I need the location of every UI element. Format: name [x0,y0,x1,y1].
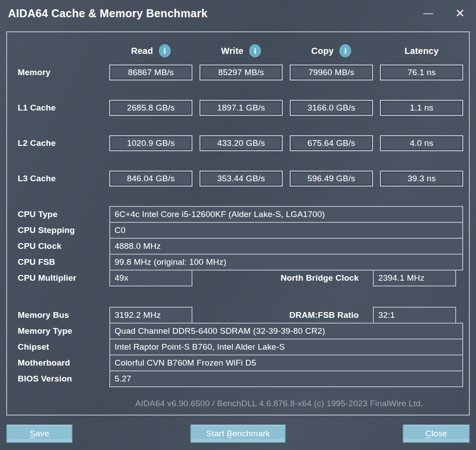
cpu-fsb-value: 99.8 MHz (original: 100 MHz) [109,254,463,271]
minimize-icon: — [423,8,433,19]
aida64-benchmark-window: AIDA64 Cache & Memory Benchmark — ✕ Read… [0,0,476,450]
memory-read-value: 86867 MB/s [109,65,192,80]
minimize-button[interactable]: — [412,0,444,27]
memory-bus-row: Memory Bus 3192.2 MHz DRAM:FSB Ratio 32:… [7,307,456,324]
cpu-info-section: CPU Type 6C+4c Intel Core i5-12600KF (Al… [7,206,469,286]
chipset-row: Chipset Intel Raptor Point-S B760, Intel… [7,339,456,355]
benchmark-row-memory: Memory 86867 MB/s 85297 MB/s 79960 MB/s … [7,65,456,80]
info-glyph: i [344,46,346,56]
column-header-row: Read i Write i Copy i Latency [7,44,456,57]
start-benchmark-button-label: Start Benchmark [206,429,270,439]
cpu-stepping-value: C0 [109,222,463,239]
benchmark-panel: Read i Write i Copy i Latency Memory 868… [6,31,470,416]
l3-write-value: 353.44 GB/s [200,171,283,187]
memory-copy-value: 79960 MB/s [290,65,373,80]
memory-info-section: Memory Bus 3192.2 MHz DRAM:FSB Ratio 32:… [7,307,469,387]
window-title: AIDA64 Cache & Memory Benchmark [8,7,207,20]
cpu-type-row: CPU Type 6C+4c Intel Core i5-12600KF (Al… [7,206,456,223]
l2-latency-value: 4.0 ns [380,135,463,151]
chipset-value: Intel Raptor Point-S B760, Intel Alder L… [109,339,463,355]
close-icon: ✕ [455,7,465,20]
start-benchmark-button[interactable]: Start Benchmark [190,424,286,443]
l1-latency-value: 1.1 ns [380,100,463,116]
write-column-label: Write [221,46,244,56]
north-bridge-clock-label: North Bridge Clock [200,273,366,283]
l2-copy-value: 675.64 GB/s [290,135,373,151]
cpu-clock-label: CPU Clock [7,241,102,251]
dram-fsb-ratio-value: 32:1 [373,307,456,324]
motherboard-value: Colorful CVN B760M Frozen WiFi D5 [109,355,463,371]
title-bar: AIDA64 Cache & Memory Benchmark — ✕ [0,0,476,27]
motherboard-label: Motherboard [7,358,102,368]
benchmark-row-l2-cache: L2 Cache 1020.9 GB/s 433.20 GB/s 675.64 … [7,135,456,151]
memory-type-value: Quad Channel DDR5-6400 SDRAM (32-39-39-8… [109,323,463,339]
memory-bus-label: Memory Bus [7,310,102,320]
north-bridge-clock-value: 2394.1 MHz [373,270,456,286]
l1-copy-value: 3166.0 GB/s [290,100,373,116]
l3-read-value: 846.04 GB/s [109,171,192,187]
bios-version-row: BIOS Version 5.27 [7,370,456,387]
memory-type-label: Memory Type [7,326,102,336]
save-button-label: Save [30,429,49,439]
window-controls: — ✕ [412,0,476,27]
cpu-type-value: 6C+4c Intel Core i5-12600KF (Alder Lake-… [109,206,463,223]
column-header-copy: Copy i [290,44,373,57]
copy-info-icon[interactable]: i [339,44,351,57]
cpu-clock-value: 4888.0 MHz [109,238,463,255]
l3-cache-row-label: L3 Cache [7,174,102,183]
info-glyph: i [254,46,256,56]
version-footer: AIDA64 v6.90.6500 / BenchDLL 4.6.876.8-x… [102,399,456,408]
cpu-stepping-label: CPU Stepping [7,225,102,235]
latency-column-label: Latency [405,46,439,56]
benchmark-row-l1-cache: L1 Cache 2685.8 GB/s 1897.1 GB/s 3166.0 … [7,100,456,116]
chipset-label: Chipset [7,342,102,352]
bios-version-value: 5.27 [109,370,463,387]
benchmark-row-l3-cache: L3 Cache 846.04 GB/s 353.44 GB/s 596.49 … [7,171,456,187]
l2-read-value: 1020.9 GB/s [109,135,192,151]
column-header-latency: Latency [380,46,463,56]
l3-copy-value: 596.49 GB/s [290,171,373,187]
copy-column-label: Copy [311,46,334,56]
l1-cache-row-label: L1 Cache [7,103,102,113]
write-info-icon[interactable]: i [249,44,261,57]
column-header-read: Read i [109,44,192,57]
cpu-multiplier-label: CPU Multiplier [7,273,102,283]
close-button-label: Close [425,429,447,439]
close-window-button[interactable]: ✕ [444,0,476,27]
l1-read-value: 2685.8 GB/s [109,100,192,116]
l3-latency-value: 39.3 ns [380,171,463,187]
column-header-write: Write i [200,44,283,57]
info-glyph: i [164,46,166,56]
read-info-icon[interactable]: i [159,44,171,57]
dram-fsb-ratio-label: DRAM:FSB Ratio [200,310,366,320]
read-column-label: Read [131,46,153,56]
l2-write-value: 433.20 GB/s [200,135,283,151]
cpu-clock-row: CPU Clock 4888.0 MHz [7,238,456,255]
cpu-fsb-label: CPU FSB [7,257,102,267]
motherboard-row: Motherboard Colorful CVN B760M Frozen Wi… [7,355,456,371]
memory-write-value: 85297 MB/s [200,65,283,80]
save-button[interactable]: Save [6,424,73,443]
l1-write-value: 1897.1 GB/s [200,100,283,116]
l2-cache-row-label: L2 Cache [7,138,102,148]
cpu-type-label: CPU Type [7,210,102,219]
close-button[interactable]: Close [403,424,470,443]
memory-latency-value: 76.1 ns [380,65,463,80]
cpu-fsb-row: CPU FSB 99.8 MHz (original: 100 MHz) [7,254,456,271]
memory-row-label: Memory [7,68,102,77]
cpu-multiplier-value: 49x [109,270,192,286]
memory-bus-value: 3192.2 MHz [109,307,192,324]
cpu-multiplier-row: CPU Multiplier 49x North Bridge Clock 23… [7,270,456,286]
cpu-stepping-row: CPU Stepping C0 [7,222,456,239]
bios-version-label: BIOS Version [7,374,102,384]
memory-type-row: Memory Type Quad Channel DDR5-6400 SDRAM… [7,323,456,339]
